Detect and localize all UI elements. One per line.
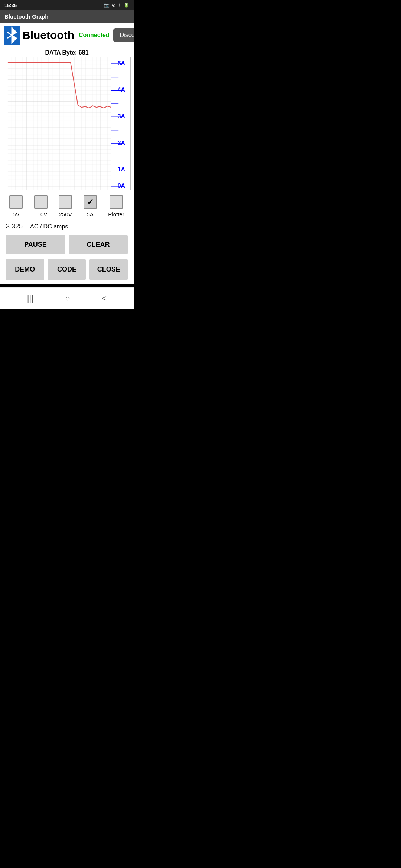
svg-text:1A: 1A	[118, 166, 125, 172]
checkbox-plotter-label: Plotter	[108, 211, 124, 217]
clear-button[interactable]: CLEAR	[69, 235, 128, 254]
close-button[interactable]: CLOSE	[89, 259, 128, 280]
checkbox-5v-label: 5V	[13, 211, 19, 217]
data-byte-label: DATA Byte: 681	[0, 48, 134, 57]
nfc-icon: ⊘	[112, 3, 115, 8]
connection-status: Connected	[79, 32, 110, 39]
primary-buttons-row: PAUSE CLEAR	[0, 232, 134, 257]
nav-home-icon[interactable]: ○	[65, 294, 70, 303]
checkbox-250v: 250V	[59, 195, 72, 217]
status-bar: 15:35 📷 ⊘ ✈ 🔋	[0, 0, 134, 10]
checkbox-plotter: Plotter	[108, 195, 124, 217]
camera-icon: 📷	[104, 3, 110, 8]
unit-label: AC / DC amps	[30, 223, 68, 230]
checkbox-5a-label: 5A	[87, 211, 94, 217]
status-icons: 📷 ⊘ ✈ 🔋	[104, 3, 129, 8]
value-row: 3.325 AC / DC amps	[0, 219, 134, 232]
svg-rect-2	[8, 57, 111, 190]
svg-text:4A: 4A	[118, 86, 125, 93]
nav-menu-icon[interactable]: |||	[27, 294, 33, 303]
svg-text:2A: 2A	[118, 140, 125, 146]
bluetooth-text: Bluetooth	[22, 29, 74, 42]
checkmark-icon: ✓	[87, 197, 94, 207]
code-button[interactable]: CODE	[48, 259, 86, 280]
bluetooth-logo: Bluetooth	[4, 26, 74, 45]
current-value: 3.325	[6, 223, 23, 230]
checkboxes-row: 5V 110V 250V ✓ 5A Plotter	[0, 190, 134, 219]
bluetooth-icon	[4, 26, 20, 45]
checkbox-250v-label: 250V	[59, 211, 72, 217]
checkbox-5v-box[interactable]	[9, 195, 23, 209]
checkbox-plotter-box[interactable]	[110, 195, 123, 209]
checkbox-5a-box[interactable]: ✓	[84, 195, 97, 209]
pause-button[interactable]: PAUSE	[6, 235, 65, 254]
battery-icon: 🔋	[124, 3, 129, 8]
checkbox-110v: 110V	[34, 195, 48, 217]
bluetooth-header: Bluetooth Connected Disconnect	[0, 23, 134, 48]
checkbox-110v-label: 110V	[34, 211, 47, 217]
checkbox-250v-box[interactable]	[59, 195, 72, 209]
checkbox-5v: 5V	[9, 195, 23, 217]
secondary-buttons-row: DEMO CODE CLOSE	[0, 257, 134, 284]
navigation-bar: ||| ○ <	[0, 287, 134, 309]
graph-svg: 5A 4A 3A 2A 1A 0A	[3, 57, 130, 190]
svg-text:5A: 5A	[118, 60, 125, 66]
disconnect-button[interactable]: Disconnect	[113, 28, 134, 42]
checkbox-110v-box[interactable]	[34, 195, 48, 209]
app-title: Bluetooth Graph	[4, 13, 48, 20]
svg-text:3A: 3A	[118, 113, 125, 119]
demo-button[interactable]: DEMO	[6, 259, 44, 280]
graph-container: 5A 4A 3A 2A 1A 0A	[3, 57, 131, 190]
title-bar: Bluetooth Graph	[0, 10, 134, 23]
checkbox-5a: ✓ 5A	[84, 195, 97, 217]
status-time: 15:35	[4, 3, 17, 8]
nav-back-icon[interactable]: <	[102, 294, 107, 303]
airplane-icon: ✈	[118, 3, 121, 8]
svg-text:0A: 0A	[118, 183, 125, 189]
